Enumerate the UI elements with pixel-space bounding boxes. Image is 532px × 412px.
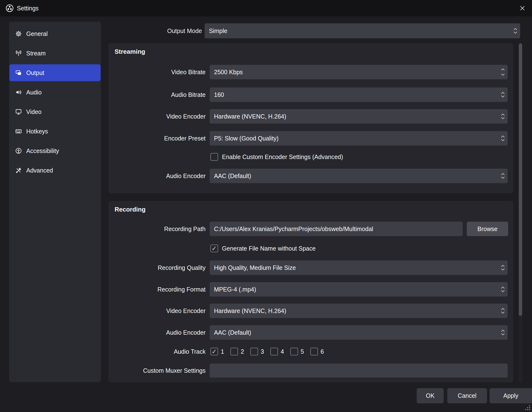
audio-track-1-checkbox[interactable]: [210, 348, 218, 355]
encoder-preset-label: Encoder Preset: [109, 135, 206, 142]
audio-track-option: 1: [210, 348, 224, 355]
video-encoder-select[interactable]: Hardware (NVENC, H.264): [210, 109, 508, 124]
sidebar-item-label: Video: [26, 108, 42, 115]
spinner-arrows-icon[interactable]: [501, 113, 505, 120]
recording-video-encoder-select[interactable]: Hardware (NVENC, H.264): [210, 304, 508, 318]
streaming-title: Streaming: [114, 48, 145, 55]
audio-track-option: 4: [270, 348, 284, 355]
sidebar-item-label: Output: [26, 69, 44, 76]
audio-track-2-checkbox[interactable]: [230, 348, 238, 355]
enable-custom-encoder-label: Enable Custom Encoder Settings (Advanced…: [222, 154, 343, 160]
generate-filename-checkbox[interactable]: [210, 245, 218, 252]
video-bitrate-spinbox[interactable]: 2500 Kbps: [210, 65, 508, 79]
audio-track-label: Audio Track: [109, 348, 206, 355]
sidebar-item-audio[interactable]: Audio: [10, 84, 101, 101]
resize-grip[interactable]: [524, 404, 531, 411]
audio-track-6-checkbox[interactable]: [310, 348, 318, 355]
keyboard-icon: [15, 128, 22, 135]
spinner-arrows-icon[interactable]: [501, 286, 505, 293]
enable-custom-encoder-checkbox[interactable]: [210, 153, 218, 161]
recording-group: Recording Recording Path Browse Generate…: [109, 201, 513, 382]
spinner-arrows-icon[interactable]: [501, 264, 505, 271]
sidebar-item-label: Audio: [26, 89, 42, 96]
audio-track-3-checkbox[interactable]: [250, 348, 258, 355]
spinner-arrows-icon[interactable]: [501, 172, 505, 179]
recording-format-select[interactable]: MPEG-4 (.mp4): [210, 282, 508, 297]
output-icon: [15, 69, 22, 76]
output-mode-select[interactable]: Simple: [205, 23, 520, 38]
tools-icon: [15, 167, 22, 174]
recording-video-encoder-label: Video Encoder: [109, 307, 206, 314]
scrollbar-track[interactable]: [519, 43, 522, 382]
sidebar-item-hotkeys[interactable]: Hotkeys: [10, 123, 101, 140]
audio-track-row: 1 2 3 4 5 6: [210, 348, 330, 355]
sidebar-item-label: Hotkeys: [26, 128, 48, 135]
spinner-arrows-icon[interactable]: [501, 329, 505, 336]
titlebar: Settings: [0, 0, 532, 16]
recording-quality-select[interactable]: High Quality, Medium File Size: [210, 260, 508, 275]
audio-track-option: 5: [290, 348, 304, 355]
output-mode-row: Output Mode Simple: [0, 23, 532, 38]
spinner-arrows-icon[interactable]: [501, 135, 505, 142]
spinner-arrows-icon[interactable]: [513, 27, 517, 34]
audio-track-5-checkbox[interactable]: [290, 348, 298, 355]
audio-track-option: 3: [250, 348, 264, 355]
obs-logo-icon: [5, 4, 14, 12]
browse-button[interactable]: Browse: [467, 222, 508, 236]
audio-track-4-checkbox[interactable]: [270, 348, 278, 355]
obs-settings-window: Settings General: [0, 0, 532, 412]
recording-audio-encoder-label: Audio Encoder: [109, 329, 206, 336]
sidebar: General Stream Output: [9, 22, 101, 382]
custom-muxer-input[interactable]: [210, 363, 508, 378]
audio-bitrate-select[interactable]: 160: [210, 88, 508, 102]
audio-encoder-select[interactable]: AAC (Default): [210, 169, 508, 183]
recording-title: Recording: [114, 206, 146, 213]
video-bitrate-label: Video Bitrate: [109, 69, 206, 76]
recording-path-input[interactable]: [210, 222, 463, 236]
scrollbar-thumb[interactable]: [519, 43, 522, 316]
audio-encoder-label: Audio Encoder: [109, 173, 206, 179]
window-title: Settings: [17, 5, 38, 12]
cancel-button[interactable]: Cancel: [447, 388, 487, 403]
sidebar-item-accessibility[interactable]: Accessibility: [10, 142, 101, 159]
speaker-icon: [15, 89, 22, 96]
audio-bitrate-label: Audio Bitrate: [109, 91, 206, 98]
sidebar-item-label: Stream: [26, 50, 46, 57]
sidebar-item-output[interactable]: Output: [10, 64, 101, 81]
sidebar-item-video[interactable]: Video: [10, 103, 101, 120]
streaming-group: Streaming Video Bitrate 2500 Kbps Audio …: [109, 43, 513, 193]
sidebar-item-label: Advanced: [26, 167, 53, 174]
output-mode-value: Simple: [209, 28, 227, 34]
audio-track-option: 6: [310, 348, 324, 355]
accessibility-icon: [15, 147, 22, 154]
ok-button[interactable]: OK: [417, 388, 444, 403]
custom-muxer-label: Custom Muxer Settings: [109, 367, 206, 374]
spinner-arrows-icon[interactable]: [501, 91, 505, 98]
output-mode-label: Output Mode: [0, 28, 202, 34]
generate-filename-label: Generate File Name without Space: [222, 245, 316, 252]
apply-button[interactable]: Apply: [490, 388, 532, 403]
sidebar-item-advanced[interactable]: Advanced: [10, 162, 101, 179]
recording-audio-encoder-select[interactable]: AAC (Default): [210, 325, 508, 340]
video-encoder-label: Video Encoder: [109, 113, 206, 120]
audio-track-option: 2: [230, 348, 244, 355]
sidebar-item-label: Accessibility: [26, 147, 59, 155]
sidebar-item-stream[interactable]: Stream: [10, 45, 101, 62]
spinner-arrows-icon[interactable]: [501, 307, 505, 314]
encoder-preset-select[interactable]: P5: Slow (Good Quality): [210, 131, 508, 146]
spinner-arrows-icon[interactable]: [501, 68, 505, 76]
recording-format-label: Recording Format: [109, 286, 206, 293]
broadcast-icon: [15, 50, 22, 57]
close-button[interactable]: [517, 3, 528, 13]
recording-quality-label: Recording Quality: [109, 264, 206, 271]
recording-path-label: Recording Path: [109, 226, 206, 233]
monitor-icon: [15, 108, 22, 115]
